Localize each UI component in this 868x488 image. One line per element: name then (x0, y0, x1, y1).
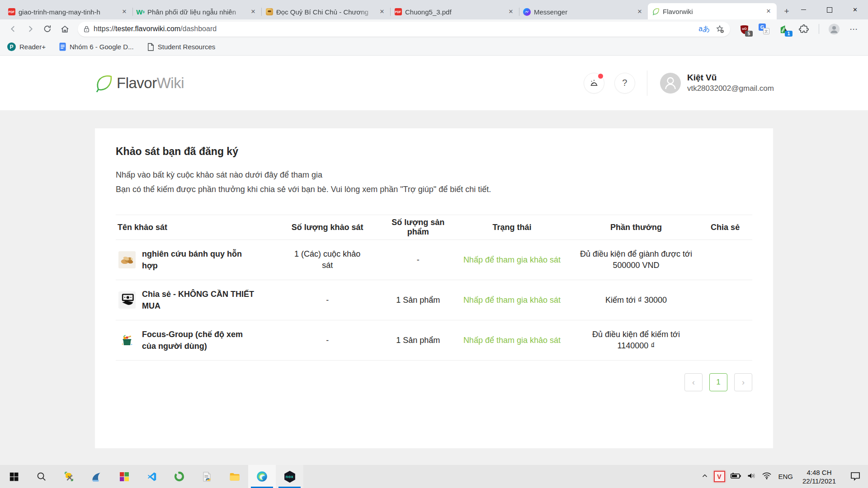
minimize-button[interactable] (791, 0, 816, 19)
join-survey-link[interactable]: Nhấp để tham gia khảo sát (463, 296, 561, 305)
question-mark-icon: ? (622, 78, 627, 88)
taskbar-python-file-app[interactable] (193, 465, 221, 488)
taskbar-database-tools-app[interactable] (55, 465, 83, 488)
col-share: Chia sẻ (698, 215, 752, 240)
translator-badge: 1 (785, 31, 793, 37)
tab-phan-phoi[interactable]: W3 Phân phối dữ liệu ngẫu nhiên ✕ (132, 4, 261, 19)
taskbar-wireshark-app[interactable] (83, 465, 110, 488)
survey-name: Focus-Group (chế độ xem của người dùng) (142, 328, 255, 352)
notification-dot (598, 74, 603, 79)
ublock-badge: 5 (745, 31, 753, 37)
pdf-icon: PDF (394, 8, 402, 16)
tray-expand-icon[interactable] (701, 472, 709, 482)
money-hand-icon (118, 291, 136, 309)
share-cell (698, 280, 752, 320)
page-title: Khảo sát bạn đã đăng ký (116, 145, 752, 158)
bookmark-label: Student Resources (158, 43, 216, 51)
help-button[interactable]: ? (614, 73, 635, 94)
groceries-box-icon (118, 332, 136, 349)
tab-flavorwiki-active[interactable]: Flavorwiki ✕ (648, 3, 777, 19)
battery-icon[interactable] (730, 472, 742, 482)
lock-icon (83, 25, 90, 33)
start-button[interactable] (0, 465, 28, 488)
bookmark-student-resources[interactable]: Student Resources (147, 43, 216, 51)
chevron-left-icon: ‹ (692, 378, 695, 387)
tab-close-icon[interactable]: ✕ (764, 7, 773, 15)
wifi-icon[interactable] (762, 472, 772, 482)
refresh-button[interactable] (40, 21, 55, 37)
url-text[interactable]: https://tester.flavorwiki.com/dashboard (94, 25, 697, 33)
bookmark-reader-plus[interactable]: P Reader+ (7, 42, 46, 51)
forward-icon (25, 24, 35, 34)
pagination: ‹ 1 › (116, 373, 752, 391)
tab-doc-quy-bi[interactable]: Đọc Quỷ Bí Chi Chủ - Chương ✕ (261, 4, 390, 19)
extensions-cluster: uO 5 G文 1 ··· (736, 23, 863, 35)
language-indicator[interactable]: ENG (777, 473, 795, 480)
search-icon (36, 471, 47, 482)
description-line-2: Bạn có thể kiếm được phần thưởng khi chi… (116, 182, 752, 197)
forward-button[interactable] (23, 21, 38, 37)
survey-name: nghiên cứu bánh quy hỗn hợp (142, 248, 255, 272)
unikey-icon[interactable]: V (714, 471, 725, 482)
toolbar-divider (819, 24, 819, 34)
window-controls: ✕ (791, 0, 868, 19)
table-row-survey-2[interactable]: Chia sẻ - KHÔNG CẦN THIẾT MUA - 1 Sản ph… (116, 280, 752, 320)
volume-icon[interactable] (747, 472, 757, 482)
tab-chuong5-pdf[interactable]: PDF Chuong5_3.pdf ✕ (390, 4, 519, 19)
close-window-button[interactable]: ✕ (842, 0, 868, 19)
join-survey-link[interactable]: Nhấp để tham gia khảo sát (463, 255, 561, 264)
home-button[interactable] (57, 21, 72, 37)
page-number-button[interactable]: 1 (709, 373, 727, 391)
prev-page-button[interactable]: ‹ (684, 373, 703, 391)
taskbar-office-squares-app[interactable] (110, 465, 138, 488)
tab-title: Đọc Quỷ Bí Chi Chủ - Chương (276, 8, 375, 16)
col-status: Trạng thái (450, 215, 574, 240)
table-row-survey-3[interactable]: Focus-Group (chế độ xem của người dùng) … (116, 320, 752, 361)
settings-menu-icon[interactable]: ··· (848, 23, 860, 35)
add-favorite-icon[interactable] (712, 23, 727, 35)
browser-profile-avatar[interactable] (828, 23, 840, 35)
pdf-icon: PDF (8, 8, 15, 16)
tab-close-icon[interactable]: ✕ (636, 8, 644, 16)
tab-close-icon[interactable]: ✕ (120, 8, 128, 16)
extensions-puzzle-icon[interactable] (798, 23, 810, 35)
taskbar-edge-browser[interactable] (248, 465, 276, 488)
notifications-button[interactable] (584, 73, 604, 94)
bookmark-google-docs[interactable]: Nhóm 6 - Google D... (59, 42, 134, 51)
next-page-button[interactable]: › (734, 373, 752, 391)
flavorwiki-logo[interactable]: FlavorWiki (94, 74, 184, 93)
maximize-button[interactable] (816, 0, 842, 19)
user-avatar[interactable] (660, 73, 681, 94)
chevron-right-icon: › (742, 378, 745, 387)
translator-extension-icon[interactable]: 1 (778, 23, 790, 35)
browser-toolbar: https://tester.flavorwiki.com/dashboard … (0, 19, 868, 38)
tab-close-icon[interactable]: ✕ (249, 8, 257, 16)
folder-icon (229, 471, 241, 483)
google-translate-extension-icon[interactable]: G文 (758, 23, 770, 35)
table-row-survey-1[interactable]: nghiên cứu bánh quy hỗn hợp 1 (Các) cuộc… (116, 240, 752, 280)
action-center-icon[interactable] (850, 471, 861, 483)
taskbar-green-ring-app[interactable] (165, 465, 193, 488)
taskbar-clock[interactable]: 4:48 CH 22/11/2021 (800, 468, 839, 485)
tab-messenger[interactable]: Messenger ✕ (519, 4, 648, 19)
tab-giao-trinh-pdf[interactable]: PDF giao-trinh-mang-may-tinh-h ✕ (4, 4, 132, 19)
maximize-icon (827, 7, 832, 13)
taskbar-nox-player[interactable]: nox (276, 465, 303, 488)
bookmark-label: Nhóm 6 - Google D... (70, 43, 134, 51)
back-button[interactable] (5, 21, 21, 37)
ublock-extension-icon[interactable]: uO 5 (738, 23, 750, 35)
tab-close-icon[interactable]: ✕ (507, 8, 515, 16)
wireshark-icon (91, 471, 103, 483)
share-cell (698, 240, 752, 280)
address-bar[interactable]: https://tester.flavorwiki.com/dashboard … (78, 22, 730, 37)
taskbar-search-button[interactable] (28, 465, 55, 488)
taskbar-file-explorer[interactable] (221, 465, 248, 488)
system-tray: V ENG 4:48 CH 22/11/2021 (701, 465, 868, 488)
product-count: 1 Sản phẩm (386, 280, 450, 320)
translate-page-icon[interactable]: aあ (697, 23, 712, 35)
tab-close-icon[interactable]: ✕ (378, 8, 386, 16)
join-survey-link[interactable]: Nhấp để tham gia khảo sát (463, 336, 561, 345)
user-name: Kiệt Vũ (687, 73, 774, 83)
taskbar-vscode-app[interactable] (138, 465, 165, 488)
product-count: 1 Sản phẩm (386, 320, 450, 361)
